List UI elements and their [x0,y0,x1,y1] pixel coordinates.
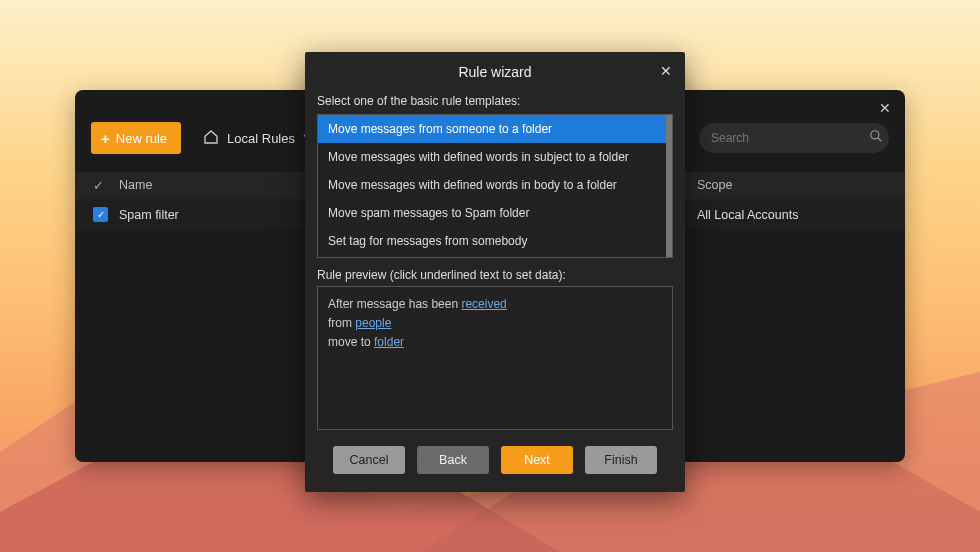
template-item[interactable]: Move spam messages to Spam folder [318,199,672,227]
new-rule-label: New rule [116,131,167,146]
preview-line: move to folder [328,333,662,352]
template-item[interactable]: Move messages with defined words in subj… [318,143,672,171]
close-icon[interactable]: ✕ [875,98,895,118]
search-input[interactable] [711,131,861,145]
preview-text: from [328,316,355,330]
new-rule-button[interactable]: + New rule [91,122,181,154]
wizard-title: Rule wizard [458,64,531,80]
rule-wizard-dialog: Rule wizard ✕ Select one of the basic ru… [305,52,685,492]
preview-link-people[interactable]: people [355,316,391,330]
next-button[interactable]: Next [501,446,573,474]
preview-label: Rule preview (click underlined text to s… [317,268,673,282]
template-item[interactable]: Move messages with defined words in body… [318,171,672,199]
search-icon [869,129,883,147]
finish-button[interactable]: Finish [585,446,657,474]
local-rules-label: Local Rules [227,131,295,146]
column-scope[interactable]: Scope [697,178,887,193]
preview-text: After message has been [328,297,461,311]
preview-line: from people [328,314,662,333]
select-template-label: Select one of the basic rule templates: [317,94,673,108]
template-list[interactable]: Move messages from someone to a folder M… [317,114,673,258]
preview-line: After message has been received [328,295,662,314]
wizard-title-bar: Rule wizard ✕ [305,52,685,90]
row-scope: All Local Accounts [697,208,887,222]
cancel-button[interactable]: Cancel [333,446,405,474]
wizard-footer: Cancel Back Next Finish [305,430,685,492]
close-icon[interactable]: ✕ [657,62,675,80]
template-item[interactable]: Set tag for messages from somebody [318,227,672,255]
preview-link-folder[interactable]: folder [374,335,404,349]
local-rules-dropdown[interactable]: Local Rules [195,123,321,154]
column-enabled[interactable]: ✓ [93,178,119,193]
svg-line-4 [878,138,882,142]
search-input-wrap[interactable] [699,123,889,153]
template-item[interactable]: Move messages from someone to a folder [318,115,672,143]
preview-box: After message has been received from peo… [317,286,673,430]
svg-point-3 [871,131,879,139]
check-icon: ✓ [93,178,104,193]
home-icon [203,129,219,148]
preview-link-received[interactable]: received [461,297,506,311]
plus-icon: + [101,130,110,147]
preview-text: move to [328,335,374,349]
row-checkbox[interactable]: ✓ [93,207,108,222]
back-button[interactable]: Back [417,446,489,474]
